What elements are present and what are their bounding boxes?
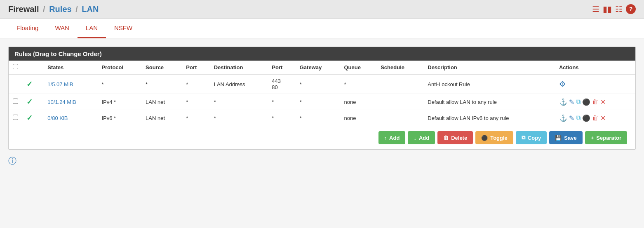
row1-queue: * — [340, 74, 377, 94]
trash-btn-icon: 🗑 — [443, 135, 449, 141]
header-icons: ☰ ▮▮ ☷ ? — [592, 4, 636, 14]
breadcrumb: Firewall / Rules / LAN — [8, 5, 99, 14]
info-icon[interactable]: ⓘ — [8, 155, 16, 167]
col-states: States — [43, 61, 97, 74]
block-btn-icon: ⚫ — [481, 135, 488, 141]
times-icon[interactable]: ✕ — [600, 114, 606, 122]
breadcrumb-sep2: / — [75, 5, 80, 14]
add-down-button[interactable]: ↓ Add — [408, 131, 435, 144]
row3-description: Default allow LAN IPv6 to any rule — [423, 110, 555, 126]
col-destination: Destination — [210, 61, 268, 74]
rules-table: States Protocol Source Port Destination … — [9, 61, 635, 126]
row2-actions: ⚓ ✎ ⧉ ⚫ 🗑 ✕ — [555, 94, 635, 110]
row2-source: LAN net — [141, 94, 182, 110]
states-link[interactable]: 0/80 KiB — [47, 115, 68, 121]
row1-states: 1/5.07 MiB — [43, 74, 97, 94]
breadcrumb-firewall: Firewall — [8, 5, 39, 14]
states-link[interactable]: 1/5.07 MiB — [47, 81, 73, 87]
bar-chart-icon[interactable]: ▮▮ — [603, 4, 612, 14]
tab-floating[interactable]: Floating — [8, 19, 47, 38]
separator-label: Separator — [596, 135, 621, 141]
filter-icon[interactable]: ☰ — [592, 4, 599, 14]
row3-gateway: * — [296, 110, 340, 126]
table-header-row: States Protocol Source Port Destination … — [9, 61, 635, 74]
arrow-down-icon: ↓ — [414, 135, 416, 141]
row3-source: LAN net — [141, 110, 182, 126]
col-source-port: Port — [182, 61, 209, 74]
separator-button[interactable]: + Separator — [585, 131, 627, 144]
row2-queue: none — [340, 94, 377, 110]
tab-wan[interactable]: WAN — [47, 19, 77, 38]
rules-table-container: Rules (Drag to Change Order) States Prot… — [8, 47, 636, 150]
row3-destination: * — [210, 110, 268, 126]
tab-nsfw[interactable]: NSFW — [106, 19, 141, 38]
col-queue: Queue — [340, 61, 377, 74]
col-checkbox — [9, 61, 22, 74]
copy-label: Copy — [528, 135, 541, 141]
table-row: ✓ 10/1.24 MiB IPv4 * LAN net * * * * non… — [9, 94, 635, 110]
toggle-label: Toggle — [490, 135, 508, 141]
delete-button[interactable]: 🗑 Delete — [437, 131, 473, 144]
help-icon[interactable]: ? — [626, 4, 636, 14]
plus-icon: + — [591, 135, 594, 141]
toggle-button[interactable]: ⚫ Toggle — [475, 131, 513, 144]
copy-icon[interactable]: ⧉ — [576, 114, 581, 122]
copy-button[interactable]: ⧉ Copy — [516, 131, 547, 144]
copy-icon[interactable]: ⧉ — [576, 98, 581, 106]
row2-checkbox[interactable] — [13, 99, 18, 104]
trash-icon[interactable]: 🗑 — [592, 114, 599, 122]
edit-icon[interactable]: ✎ — [569, 114, 574, 122]
row1-gateway: * — [296, 74, 340, 94]
save-button[interactable]: 💾 Save — [549, 131, 582, 144]
block-icon[interactable]: ⚫ — [582, 98, 590, 106]
row1-actions: ⚙ — [555, 74, 635, 94]
col-dest-port: Port — [268, 61, 295, 74]
row3-checkbox[interactable] — [13, 115, 18, 120]
content: Rules (Drag to Change Order) States Prot… — [0, 38, 644, 175]
row1-enabled: ✓ — [22, 74, 43, 94]
row2-enabled: ✓ — [22, 94, 43, 110]
table-row: ✓ 1/5.07 MiB * * * LAN Address 44380 * *… — [9, 74, 635, 94]
row3-schedule — [376, 110, 423, 126]
row1-source-port: * — [182, 74, 209, 94]
save-label: Save — [564, 135, 576, 141]
row1-protocol: * — [97, 74, 141, 94]
trash-icon[interactable]: 🗑 — [592, 98, 599, 106]
row3-source-port: * — [182, 110, 209, 126]
anchor-icon[interactable]: ⚓ — [559, 98, 567, 106]
row3-enabled: ✓ — [22, 110, 43, 126]
row1-source: * — [141, 74, 182, 94]
row3-actions: ⚓ ✎ ⧉ ⚫ 🗑 ✕ — [555, 110, 635, 126]
row1-description: Anti-Lockout Rule — [423, 74, 555, 94]
anchor-icon[interactable]: ⚓ — [559, 114, 567, 122]
select-all-checkbox[interactable] — [13, 64, 18, 69]
table-row: ✓ 0/80 KiB IPv6 * LAN net * * * * none D… — [9, 110, 635, 126]
row1-schedule — [376, 74, 423, 94]
delete-label: Delete — [451, 135, 467, 141]
row2-checkbox-cell — [9, 94, 22, 110]
row2-source-port: * — [182, 94, 209, 110]
row3-dest-port: * — [268, 110, 295, 126]
button-row: ↑ Add ↓ Add 🗑 Delete ⚫ Toggle ⧉ Copy 💾 S — [9, 126, 635, 149]
gear-icon[interactable]: ⚙ — [559, 80, 566, 89]
add-up-button[interactable]: ↑ Add — [378, 131, 406, 144]
enabled-check-icon: ✓ — [26, 114, 33, 122]
col-protocol: Protocol — [97, 61, 141, 74]
add-up-label: Add — [389, 135, 400, 141]
tabs-bar: Floating WAN LAN NSFW — [0, 19, 644, 38]
row2-dest-port: * — [268, 94, 295, 110]
breadcrumb-rules[interactable]: Rules — [49, 5, 71, 14]
block-icon[interactable]: ⚫ — [582, 114, 590, 122]
row3-checkbox-cell — [9, 110, 22, 126]
tab-lan[interactable]: LAN — [78, 19, 106, 38]
times-icon[interactable]: ✕ — [600, 98, 606, 106]
row1-destination: LAN Address — [210, 74, 268, 94]
col-gateway: Gateway — [296, 61, 340, 74]
add-down-label: Add — [419, 135, 429, 141]
edit-icon[interactable]: ✎ — [569, 98, 574, 106]
states-link[interactable]: 10/1.24 MiB — [47, 99, 76, 105]
table-icon[interactable]: ☷ — [615, 4, 623, 14]
row2-gateway: * — [296, 94, 340, 110]
breadcrumb-sep1: / — [43, 5, 47, 14]
row3-queue: none — [340, 110, 377, 126]
